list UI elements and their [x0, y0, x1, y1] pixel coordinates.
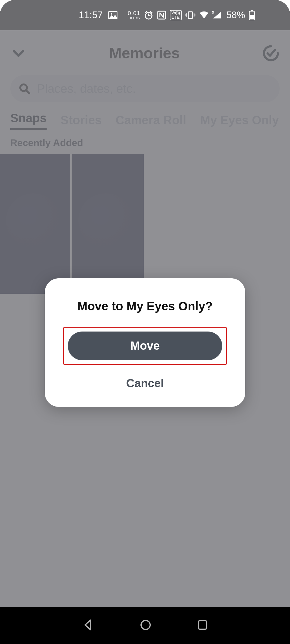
modal-title: Move to My Eyes Only? [58, 299, 232, 313]
volte-bot: LTE [171, 15, 180, 19]
annotation-highlight: Move [63, 327, 227, 365]
status-bar: 11:57 0.01 KB/S Vo))) LTE [0, 0, 290, 30]
alarm-icon [144, 10, 153, 20]
nav-home-icon[interactable] [140, 619, 152, 632]
move-confirm-modal: Move to My Eyes Only? Move Cancel [45, 278, 245, 407]
status-left: 11:57 [79, 10, 117, 21]
svg-point-9 [141, 620, 150, 629]
screenshot-icon [108, 11, 117, 19]
svg-point-1 [111, 13, 112, 15]
network-speed-unit: KB/S [128, 16, 140, 20]
android-navbar [0, 607, 290, 644]
status-time: 11:57 [79, 10, 103, 21]
nfc-icon [157, 11, 166, 20]
status-right: 0.01 KB/S Vo))) LTE x 58% [128, 10, 255, 21]
vibrate-icon [185, 11, 196, 20]
move-button[interactable]: Move [68, 332, 222, 360]
svg-rect-4 [188, 12, 193, 18]
network-speed-value: 0.01 [128, 10, 140, 16]
svg-rect-7 [250, 15, 254, 19]
nav-recents-icon[interactable] [197, 619, 208, 632]
cellular-x-icon: x [212, 9, 214, 15]
battery-icon [249, 10, 255, 20]
svg-rect-10 [198, 621, 207, 629]
wifi-icon [199, 11, 209, 19]
network-speed: 0.01 KB/S [128, 10, 140, 20]
device-frame: 11:57 0.01 KB/S Vo))) LTE [0, 0, 290, 644]
cellular-icon: x [213, 11, 222, 19]
app-body: Memories Snaps Stories Camera Roll My Ey… [0, 30, 290, 607]
nav-back-icon[interactable] [82, 619, 94, 632]
battery-percentage: 58% [226, 10, 245, 21]
cancel-button[interactable]: Cancel [126, 377, 164, 390]
volte-icon: Vo))) LTE [170, 10, 182, 20]
